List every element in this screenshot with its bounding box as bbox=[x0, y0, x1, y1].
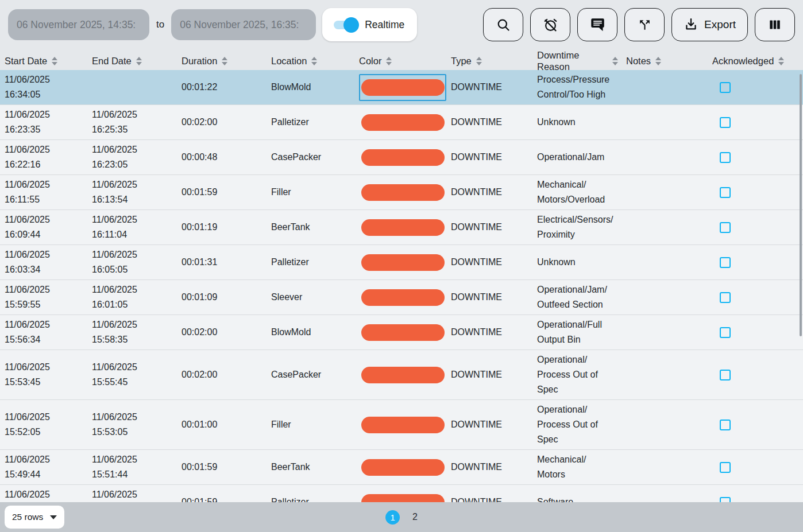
table-row[interactable]: 11/06/2025 16:03:34 11/06/2025 16:05:05 … bbox=[0, 245, 803, 280]
start-time-value: 15:59:55 bbox=[5, 297, 92, 312]
acknowledged-checkbox[interactable] bbox=[720, 497, 731, 503]
acknowledged-checkbox[interactable] bbox=[720, 370, 731, 380]
column-header-location[interactable]: Location bbox=[271, 56, 359, 67]
alarm-off-button[interactable] bbox=[530, 8, 570, 41]
color-swatch-box bbox=[359, 489, 446, 503]
color-cell[interactable] bbox=[359, 452, 451, 483]
location-cell: CasePacker bbox=[271, 365, 359, 385]
end-date-cell: 11/06/2025 16:11:04 bbox=[92, 210, 182, 244]
realtime-toggle[interactable]: Realtime bbox=[322, 8, 417, 41]
downtime-reason-cell: Mechanical/ Motors bbox=[537, 450, 626, 484]
color-cell[interactable] bbox=[359, 107, 451, 138]
end-date-cell: 11/06/2025 15:51:44 bbox=[92, 450, 182, 484]
sort-icon[interactable] bbox=[778, 57, 784, 65]
start-date-input[interactable]: 06 November 2025, 14:35: bbox=[8, 9, 149, 40]
type-cell: DOWNTIME bbox=[451, 457, 537, 477]
location-cell: Sleever bbox=[271, 288, 359, 307]
table-row[interactable]: 11/06/2025 15:59:55 11/06/2025 16:01:05 … bbox=[0, 280, 803, 315]
acknowledged-checkbox[interactable] bbox=[720, 327, 731, 338]
notes-cell bbox=[626, 465, 712, 469]
location-cell: Palletizer bbox=[271, 253, 359, 272]
color-swatch bbox=[361, 114, 445, 131]
color-cell[interactable] bbox=[359, 142, 451, 173]
rows-per-page-select[interactable]: 25 rows bbox=[5, 506, 64, 529]
location-cell: BeerTank bbox=[271, 457, 359, 477]
location-cell: Filler bbox=[271, 415, 359, 434]
duration-cell: 00:02:00 bbox=[182, 112, 271, 132]
table-row[interactable]: 11/06/2025 15:56:34 11/06/2025 15:58:35 … bbox=[0, 315, 803, 350]
comments-button[interactable] bbox=[577, 8, 617, 41]
sort-icon[interactable] bbox=[136, 57, 142, 65]
duration-cell: 00:00:48 bbox=[182, 147, 271, 167]
column-header-downtime-reason[interactable]: Downtime Reason bbox=[537, 49, 626, 72]
color-cell[interactable] bbox=[359, 282, 451, 313]
sort-icon[interactable] bbox=[311, 57, 317, 65]
column-header-acknowledged[interactable]: Acknowledged bbox=[712, 56, 803, 67]
sort-icon[interactable] bbox=[222, 57, 227, 65]
vertical-scrollbar[interactable] bbox=[800, 74, 802, 336]
table-row[interactable]: 11/06/2025 15:49:44 11/06/2025 15:51:44 … bbox=[0, 450, 803, 485]
sort-icon[interactable] bbox=[52, 57, 57, 65]
acknowledged-checkbox[interactable] bbox=[720, 462, 731, 473]
sort-icon[interactable] bbox=[476, 57, 482, 65]
acknowledged-checkbox[interactable] bbox=[720, 222, 731, 233]
downtime-reason-cell: Operational/Jam bbox=[537, 147, 626, 167]
column-header-duration[interactable]: Duration bbox=[182, 56, 271, 67]
sort-icon[interactable] bbox=[612, 57, 618, 65]
split-button[interactable] bbox=[624, 8, 665, 41]
start-date-cell: 11/06/2025 15:46:54 bbox=[0, 485, 92, 502]
column-header-notes[interactable]: Notes bbox=[626, 56, 712, 67]
acknowledged-checkbox[interactable] bbox=[720, 292, 731, 303]
end-time-value: 16:23:05 bbox=[92, 157, 182, 172]
end-date-cell: 11/06/2025 15:58:35 bbox=[92, 315, 182, 350]
page-button-2[interactable]: 2 bbox=[412, 512, 418, 522]
table-row[interactable]: 11/06/2025 16:11:55 11/06/2025 16:13:54 … bbox=[0, 175, 803, 210]
acknowledged-checkbox[interactable] bbox=[720, 420, 731, 430]
color-cell[interactable] bbox=[359, 409, 451, 441]
table-row[interactable]: 11/06/2025 15:53:45 11/06/2025 15:55:45 … bbox=[0, 350, 803, 400]
start-time-value: 15:53:45 bbox=[5, 375, 92, 390]
sort-icon[interactable] bbox=[655, 57, 661, 65]
columns-button[interactable] bbox=[755, 8, 795, 41]
color-cell[interactable] bbox=[359, 72, 451, 103]
end-date-input[interactable]: 06 November 2025, 16:35: bbox=[171, 9, 316, 40]
color-swatch-box bbox=[359, 214, 446, 241]
realtime-switch-icon[interactable] bbox=[334, 21, 356, 29]
table-row[interactable]: 11/06/2025 15:52:05 11/06/2025 15:53:05 … bbox=[0, 400, 803, 450]
start-date-value: 11/06/2025 bbox=[5, 360, 92, 375]
table-row[interactable]: 11/06/2025 16:22:16 11/06/2025 16:23:05 … bbox=[0, 140, 803, 175]
color-cell[interactable] bbox=[359, 317, 451, 348]
color-cell[interactable] bbox=[359, 487, 451, 503]
table-header: Start Date End Date Duration Location Co… bbox=[0, 49, 803, 70]
table-row[interactable]: 11/06/2025 15:46:54 11/06/2025 15:48:54 … bbox=[0, 485, 803, 502]
column-header-type[interactable]: Type bbox=[451, 56, 537, 67]
page-button-1[interactable]: 1 bbox=[385, 510, 400, 525]
acknowledged-checkbox[interactable] bbox=[720, 152, 731, 163]
start-date-cell: 11/06/2025 15:52:05 bbox=[0, 407, 92, 442]
acknowledged-checkbox[interactable] bbox=[720, 257, 731, 268]
color-swatch-box bbox=[359, 249, 446, 276]
duration-cell: 00:01:31 bbox=[182, 253, 271, 272]
column-header-start-date[interactable]: Start Date bbox=[0, 56, 92, 67]
color-cell[interactable] bbox=[359, 359, 451, 391]
table-row[interactable]: 11/06/2025 16:34:05 00:01:22 BlowMold DO… bbox=[0, 70, 803, 105]
column-label: Location bbox=[271, 56, 307, 67]
end-time-value: 16:25:35 bbox=[92, 122, 182, 137]
export-button[interactable]: Export bbox=[671, 8, 748, 41]
start-time-value: 16:09:44 bbox=[5, 227, 92, 242]
column-header-end-date[interactable]: End Date bbox=[92, 56, 182, 67]
color-swatch bbox=[361, 149, 445, 166]
pagination: 1 2 bbox=[385, 510, 418, 525]
search-button[interactable] bbox=[483, 8, 523, 41]
acknowledged-checkbox[interactable] bbox=[720, 117, 731, 128]
table-row[interactable]: 11/06/2025 16:23:35 11/06/2025 16:25:35 … bbox=[0, 105, 803, 140]
notes-cell bbox=[626, 155, 712, 160]
sort-icon[interactable] bbox=[386, 57, 392, 65]
color-cell[interactable] bbox=[359, 177, 451, 208]
table-row[interactable]: 11/06/2025 16:09:44 11/06/2025 16:11:04 … bbox=[0, 210, 803, 245]
color-cell[interactable] bbox=[359, 212, 451, 243]
acknowledged-checkbox[interactable] bbox=[720, 187, 731, 198]
color-cell[interactable] bbox=[359, 247, 451, 278]
column-header-color[interactable]: Color bbox=[359, 56, 451, 67]
acknowledged-checkbox[interactable] bbox=[720, 82, 731, 93]
